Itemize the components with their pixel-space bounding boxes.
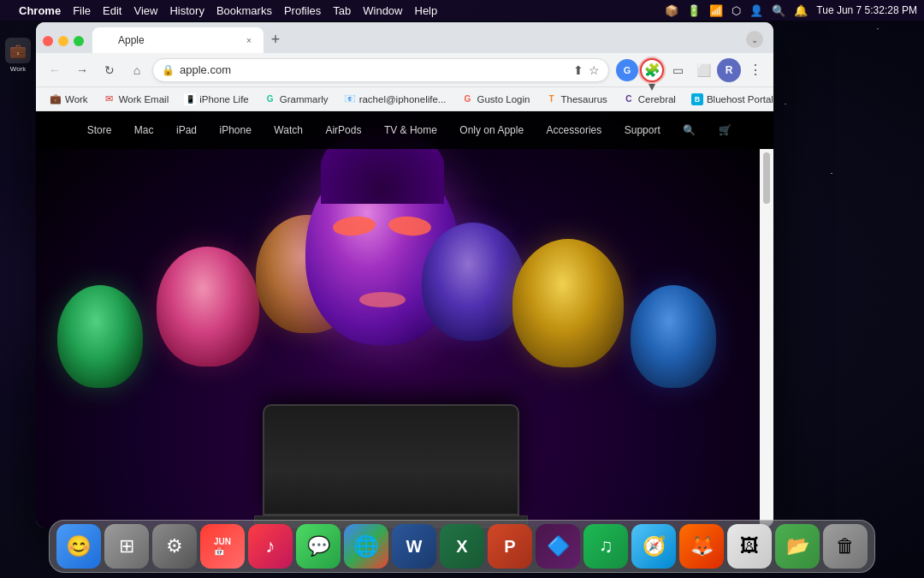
menu-bookmarks[interactable]: Bookmarks — [216, 4, 272, 17]
dropbox-icon[interactable]: 📦 — [665, 4, 678, 17]
dock-app-firefox[interactable]: 🦊 — [679, 524, 724, 569]
profile-button[interactable]: R — [717, 58, 741, 82]
apple-nav-airpods[interactable]: AirPods — [325, 124, 361, 136]
menu-history[interactable]: History — [169, 4, 204, 17]
scrollbar-thumb[interactable] — [763, 152, 770, 204]
dock-app-safari[interactable]: 🧭 — [631, 524, 676, 569]
apple-nav-accessories[interactable]: Accessories — [547, 124, 602, 136]
apple-nav-iphone[interactable]: iPhone — [220, 124, 252, 136]
apple-nav-watch[interactable]: Watch — [274, 124, 303, 136]
menu-chrome[interactable]: Chrome — [19, 4, 61, 17]
tab-strip-menu[interactable]: ⌄ — [746, 31, 763, 48]
dock-app-powerpoint[interactable]: P — [488, 524, 532, 569]
minimize-button[interactable] — [58, 36, 68, 46]
tab-close-button[interactable]: × — [243, 34, 255, 46]
scrollbar[interactable] — [760, 149, 773, 527]
dock-app-finder[interactable]: 😊 — [56, 524, 101, 569]
bookmark-work-label: Work — [65, 94, 88, 104]
bookmark-thesaurus[interactable]: T Thesaurus — [538, 91, 613, 108]
dock-app-music[interactable]: ♪ — [248, 524, 293, 569]
dock-app-preview[interactable]: 🖼 — [727, 524, 772, 569]
bookmark-bluehost[interactable]: B Bluehost Portal — [684, 91, 773, 108]
apple-nav-cart[interactable]: 🛒 — [719, 124, 732, 136]
refresh-button[interactable]: ↻ — [98, 58, 121, 82]
chrome-toolbar: ← → ↻ ⌂ 🔒 apple.com ⬆ ☆ G — [36, 53, 773, 87]
dock-app-chrome[interactable]: 🌐 — [344, 524, 388, 569]
sidebar-item-work[interactable]: 💼 Work — [2, 34, 34, 76]
menu-profiles[interactable]: Profiles — [284, 4, 321, 17]
forward-button[interactable]: → — [70, 58, 94, 82]
bookmark-rachel-label: rachel@iphonelife... — [359, 94, 447, 104]
bookmark-grammarly-label: Grammarly — [280, 94, 329, 104]
bluetooth-icon[interactable]: ⬡ — [732, 4, 741, 17]
desktop: Chrome File Edit View History Bookmarks … — [0, 0, 924, 578]
dock-app-word[interactable]: W — [392, 524, 436, 569]
more-options-button[interactable]: ⋮ — [743, 58, 767, 82]
bookmark-thesaurus-label: Thesaurus — [560, 94, 607, 104]
bookmark-grammarly[interactable]: G Grammarly — [258, 91, 335, 108]
bookmark-work[interactable]: 💼 Work — [43, 91, 95, 108]
messages-icon: 💬 — [307, 535, 330, 557]
maximize-button[interactable] — [74, 36, 84, 46]
dock-app-messages[interactable]: 💬 — [296, 524, 341, 569]
dock-app-launchpad[interactable]: ⊞ — [104, 524, 149, 569]
bookmark-gusto[interactable]: G Gusto Login — [454, 91, 536, 108]
dock-app-excel[interactable]: X — [440, 524, 484, 569]
sidebar-panel-button[interactable]: ⬜ — [691, 58, 715, 82]
menubar-right: 📦 🔋 📶 ⬡ 👤 🔍 🔔 Tue Jun 7 5:32:28 PM — [665, 4, 917, 17]
back-button[interactable]: ← — [43, 58, 67, 82]
memoji-pink-face — [157, 247, 259, 366]
address-bar-icons: ⬆ ☆ — [573, 63, 600, 77]
apple-nav-tv-home[interactable]: TV & Home — [384, 124, 437, 136]
new-tab-button[interactable]: + — [264, 27, 287, 51]
apple-nav-search[interactable]: 🔍 — [683, 124, 696, 136]
bookmark-rachel[interactable]: 📧 rachel@iphonelife... — [337, 91, 453, 108]
cast-button[interactable]: ▭ — [666, 58, 690, 82]
active-tab[interactable]: Apple × — [92, 27, 264, 53]
apple-nav-only-on-apple[interactable]: Only on Apple — [459, 124, 524, 136]
dock-app-slack[interactable]: 🔷 — [536, 524, 580, 569]
bookmark-cerebral[interactable]: C Cerebral — [616, 91, 683, 108]
apple-nav-support[interactable]: Support — [625, 124, 660, 136]
hero-area — [36, 111, 760, 527]
menu-file[interactable]: File — [73, 4, 91, 17]
powerpoint-icon: P — [504, 537, 515, 557]
menu-tab[interactable]: Tab — [333, 4, 351, 17]
toolbar-actions: G 🧩 ▭ ⬜ R ⋮ — [616, 58, 767, 82]
bookmark-iphone-life[interactable]: 📱 iPhone Life — [177, 91, 256, 108]
extensions-button[interactable]: 🧩 — [640, 58, 664, 82]
apple-nav-mac[interactable]: Mac — [134, 124, 154, 136]
lock-icon: 🔒 — [162, 64, 175, 76]
apple-navbar: Store Mac iPad iPhone Watch AirPods TV &… — [36, 111, 760, 149]
address-bar[interactable]: 🔒 apple.com ⬆ ☆ — [152, 58, 609, 82]
bookmark-star-icon[interactable]: ☆ — [589, 63, 600, 77]
bookmark-work-email[interactable]: ✉ Work Email — [97, 91, 176, 108]
user-icon[interactable]: 👤 — [749, 4, 763, 17]
menu-edit[interactable]: Edit — [103, 4, 121, 17]
excel-icon: X — [456, 537, 467, 557]
dock-app-settings[interactable]: ⚙ — [152, 524, 197, 569]
home-button[interactable]: ⌂ — [125, 58, 149, 82]
finder-icon: 😊 — [66, 534, 92, 558]
laptop-container — [254, 404, 528, 527]
dock-app-trash[interactable]: 🗑 — [823, 524, 868, 569]
notification-icon[interactable]: 🔔 — [794, 4, 808, 17]
tab-favicon — [101, 34, 113, 46]
menu-help[interactable]: Help — [415, 4, 438, 17]
memoji-left-brow — [333, 215, 377, 237]
dock-app-calendar[interactable]: JUN📅 — [200, 524, 245, 569]
menu-window[interactable]: Window — [363, 4, 402, 17]
search-icon[interactable]: 🔍 — [772, 4, 785, 17]
close-button[interactable] — [43, 36, 53, 46]
google-account-button[interactable]: G — [616, 59, 638, 81]
sidebar-work-label: Work — [10, 65, 27, 73]
share-icon[interactable]: ⬆ — [573, 63, 583, 77]
apple-nav-ipad[interactable]: iPad — [176, 124, 197, 136]
apple-nav-store[interactable]: Store — [87, 124, 112, 136]
wifi-icon[interactable]: 📶 — [709, 4, 723, 17]
url-display: apple.com — [180, 63, 568, 76]
dock-app-files[interactable]: 📂 — [775, 524, 820, 569]
dock-app-spotify[interactable]: ♫ — [583, 524, 628, 569]
menu-view[interactable]: View — [133, 4, 157, 17]
tab-bar: Apple × + — [92, 27, 746, 53]
